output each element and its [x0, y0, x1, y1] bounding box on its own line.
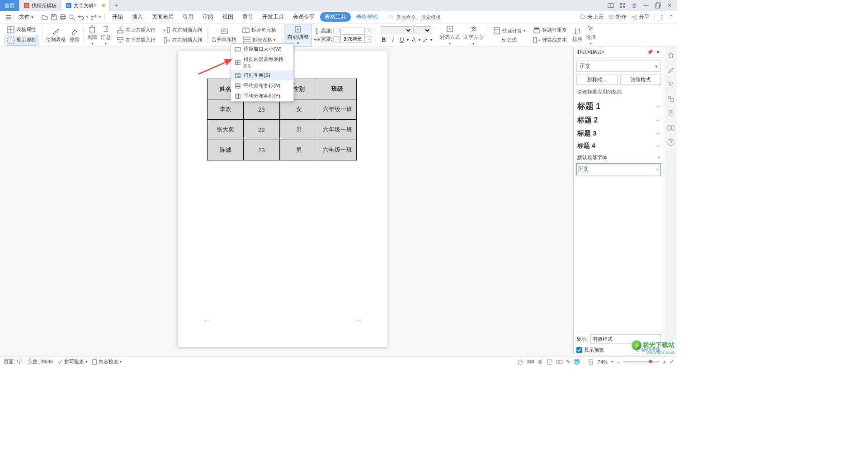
highlight-button[interactable] — [421, 36, 429, 44]
tab-document[interactable]: W 文字文稿1 — [61, 0, 110, 11]
style-body[interactable]: 正文↵ — [576, 163, 661, 175]
minimize-button[interactable]: — — [643, 2, 649, 9]
table-props-button[interactable]: 表格属性 — [5, 25, 38, 35]
style-heading4[interactable]: 标题 4↵ — [576, 140, 661, 152]
erase-button[interactable]: 擦除 — [68, 26, 81, 44]
select-button[interactable]: 选择▾ — [584, 24, 598, 47]
menu-view[interactable]: 视图 — [219, 11, 237, 23]
height-input[interactable] — [340, 28, 365, 35]
dd-dist-rows[interactable]: 平均分布各行(N) — [231, 80, 293, 91]
spellcheck-button[interactable]: 拼写检查 ▾ — [57, 358, 87, 365]
font-family-select[interactable] — [381, 26, 412, 34]
bold-button[interactable]: B — [380, 36, 388, 44]
clear-format-button[interactable]: 清除格式 — [620, 75, 661, 85]
style-heading1[interactable]: 标题 1↵ — [576, 99, 661, 114]
menu-start[interactable]: 开始 — [108, 11, 127, 23]
reading-mode-icon[interactable] — [608, 2, 614, 9]
menu-tablestyle[interactable]: 表格样式 — [353, 11, 382, 23]
file-button[interactable]: 文件 ▾ — [15, 12, 37, 22]
rail-styles-icon[interactable] — [667, 66, 675, 74]
insert-right-button[interactable]: 在右侧插入列 — [161, 35, 204, 45]
header-repeat-button[interactable]: 标题行重复 — [531, 25, 569, 35]
align-button[interactable]: 对齐方式▾ — [438, 24, 462, 47]
maximize-button[interactable] — [655, 2, 661, 9]
zoom-slider[interactable] — [623, 361, 660, 362]
delete-button[interactable]: 删除▾ — [85, 24, 99, 47]
table-row[interactable]: 张大奕22男六年级一班 — [208, 120, 357, 140]
height-minus[interactable]: − — [333, 28, 340, 34]
to-text-button[interactable]: 转换成文本 — [531, 35, 569, 45]
zoom-in-button[interactable]: + — [663, 359, 666, 365]
preview-checkbox[interactable] — [576, 347, 582, 353]
apps-icon[interactable] — [619, 2, 626, 9]
width-plus[interactable]: + — [366, 36, 372, 42]
cloud-button[interactable]: 未上云 — [580, 13, 604, 21]
view-page-icon[interactable] — [546, 359, 552, 365]
split-cells-button[interactable]: 拆分单元格 — [240, 25, 278, 35]
current-style-select[interactable]: 正文 — [576, 61, 661, 72]
quickcalc-button[interactable]: 快速计算 ▾ — [491, 26, 527, 36]
avatar-icon[interactable] — [631, 2, 637, 9]
contentcheck-button[interactable]: 内容检查 ▾ — [92, 358, 122, 365]
close-panel-button[interactable]: ✕ — [656, 49, 660, 55]
collab-button[interactable]: 协作 — [608, 13, 627, 21]
search-input[interactable] — [396, 14, 450, 20]
dd-fit-content[interactable]: 根据内容调整表格(C) — [231, 54, 293, 70]
preview-icon[interactable] — [68, 14, 75, 21]
table-row[interactable]: 陈诚23男六年级一班 — [208, 140, 357, 160]
draw-table-button[interactable]: 绘制表格 — [44, 26, 68, 44]
close-button[interactable]: ✕ — [666, 2, 673, 9]
menu-tabletools[interactable]: 表格工具 — [320, 12, 351, 22]
menu-icon[interactable] — [4, 13, 14, 21]
view-pen-icon[interactable]: ✎ — [566, 359, 570, 365]
merge-cells-button[interactable]: 合并单元格 — [210, 26, 238, 44]
print-icon[interactable] — [59, 14, 66, 21]
menu-vip[interactable]: 会员专享 — [289, 11, 318, 23]
view-keyboard-icon[interactable]: ⌨ — [527, 359, 534, 365]
rail-location-icon[interactable] — [667, 109, 675, 118]
view-compass-icon[interactable]: ◎ — [538, 359, 542, 365]
formula-button[interactable]: fx 公式 — [500, 36, 519, 44]
menu-pagelayout[interactable]: 页面布局 — [148, 11, 177, 23]
style-parafont[interactable]: 默认段落字体a — [576, 152, 661, 163]
insert-left-button[interactable]: 在左侧插入列 — [161, 25, 204, 35]
save-icon[interactable] — [50, 14, 57, 21]
summary-button[interactable]: 汇总▾ — [99, 24, 113, 47]
dd-swap-rc[interactable]: 行列互换(S) — [231, 70, 293, 80]
width-input[interactable] — [340, 36, 365, 43]
view-book-icon[interactable] — [556, 359, 562, 365]
style-heading2[interactable]: 标题 2↵ — [576, 114, 661, 127]
menu-references[interactable]: 引用 — [179, 11, 197, 23]
new-style-button[interactable]: 新样式... — [576, 75, 618, 85]
table-row[interactable]: 李欢23女六年级一班 — [208, 99, 357, 120]
rail-help-icon[interactable]: ? — [667, 138, 675, 146]
fit-page-icon[interactable] — [588, 359, 594, 365]
sort-button[interactable]: 排序 — [571, 26, 584, 44]
tab-templates[interactable]: D 找稻壳模板 — [19, 0, 61, 11]
style-heading3[interactable]: 标题 3↵ — [576, 127, 661, 140]
font-color-button[interactable]: A — [410, 36, 418, 44]
insert-above-button[interactable]: 在上方插入行 — [114, 25, 157, 35]
rail-shapes-icon[interactable] — [667, 95, 675, 103]
share-button[interactable]: 分享 — [631, 13, 650, 21]
insert-below-button[interactable]: 在下方插入行 — [114, 35, 157, 45]
th-class[interactable]: 班级 — [318, 79, 357, 99]
view-globe-icon[interactable]: 🌐 — [574, 359, 580, 365]
rail-select-icon[interactable] — [667, 80, 675, 89]
search-box[interactable] — [389, 14, 450, 20]
tab-home[interactable]: 首页 — [0, 0, 19, 11]
text-dir-button[interactable]: 文文字方向▾ — [462, 24, 485, 47]
collapse-ribbon-icon[interactable]: ⌃ — [669, 14, 674, 20]
menu-review[interactable]: 审阅 — [199, 11, 217, 23]
italic-button[interactable]: I — [389, 36, 397, 44]
rail-docer-icon[interactable] — [667, 52, 675, 60]
dd-dist-cols[interactable]: 平均分布各列(Y) — [231, 91, 293, 101]
font-size-select[interactable] — [413, 26, 431, 34]
rail-reading-icon[interactable] — [667, 124, 675, 132]
redo-icon[interactable] — [90, 14, 97, 21]
view-dashboard-icon[interactable] — [517, 359, 524, 365]
zoom-out-button[interactable]: − — [617, 359, 619, 365]
undo-icon[interactable] — [77, 14, 85, 21]
fullscreen-icon[interactable]: ⤢ — [670, 359, 674, 365]
dd-fit-window[interactable]: 适应窗口大小(W) — [231, 44, 293, 54]
